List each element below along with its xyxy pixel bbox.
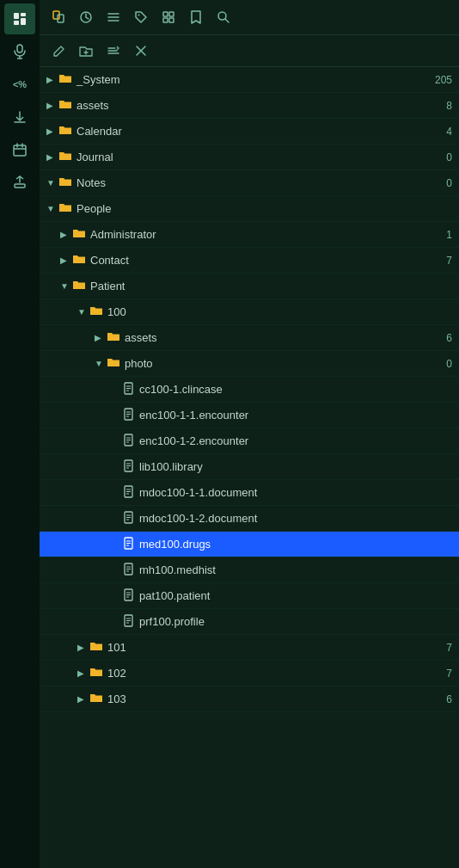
file-icon <box>124 511 135 526</box>
chevron-right-icon: ▶ <box>77 668 88 678</box>
tree-item-enc100-1-1[interactable]: ▶ enc100-1-1.encounter <box>40 403 459 428</box>
tree-item-prf100[interactable]: ▶ prf100.profile <box>40 609 459 635</box>
tree-item-label: Patient <box>90 280 125 292</box>
tree-item-label: 100 <box>107 305 126 318</box>
file-icon <box>124 537 135 552</box>
tree-item-enc100-1-2[interactable]: ▶ enc100-1-2.encounter <box>40 428 459 454</box>
tree-item-count: 7 <box>446 255 452 267</box>
tree-item-assets-root[interactable]: ▶ assets 8 <box>40 93 459 119</box>
new-folder-button[interactable] <box>74 39 98 63</box>
search-tab-icon[interactable] <box>211 5 236 29</box>
tree-item-patient[interactable]: ▼ Patient <box>40 274 459 299</box>
sidebar-microphone-icon[interactable] <box>4 36 35 67</box>
list-tab-icon[interactable] <box>101 5 125 29</box>
tree-item-label: mh100.medhist <box>139 563 216 576</box>
tree-item-label: 102 <box>107 667 126 680</box>
files-tab-icon[interactable] <box>46 5 70 29</box>
tree-item-label: People <box>76 202 111 215</box>
tree-item-102[interactable]: ▶ 102 7 <box>40 661 459 686</box>
tree-item-count: 6 <box>446 693 452 705</box>
svg-rect-21 <box>169 12 174 16</box>
file-icon <box>124 434 135 449</box>
chevron-down-icon: ▼ <box>77 307 88 317</box>
tree-item-people[interactable]: ▼ People <box>40 196 459 222</box>
history-tab-icon[interactable] <box>74 5 98 29</box>
tree-item-100[interactable]: ▼ 100 <box>40 299 459 325</box>
tree-item-contact[interactable]: ▶ Contact 7 <box>40 248 459 274</box>
folder-open-icon <box>58 175 72 190</box>
tree-item-label: Contact <box>90 254 129 267</box>
tree-item-label: Notes <box>76 176 106 189</box>
tree-item-notes[interactable]: ▼ Notes 0 <box>40 170 459 196</box>
tag-tab-icon[interactable] <box>129 5 153 29</box>
chevron-down-icon: ▼ <box>46 178 57 188</box>
tree-item-administrator[interactable]: ▶ Administrator 1 <box>40 222 459 248</box>
svg-rect-0 <box>14 13 19 19</box>
folder-icon <box>89 692 103 706</box>
tree-item-count: 6 <box>446 332 452 344</box>
tree-item-label: mdoc100-1-2.document <box>139 512 257 525</box>
sidebar-download-icon[interactable] <box>4 102 35 132</box>
svg-line-25 <box>225 19 229 22</box>
edit-button[interactable] <box>46 39 70 63</box>
tree-item-label: enc100-1-2.encounter <box>139 434 248 447</box>
tree-item-count: 0 <box>446 358 452 370</box>
file-icon <box>124 485 135 501</box>
tree-item-count: 7 <box>446 642 452 654</box>
folder-icon <box>107 330 120 345</box>
chevron-right-icon: ▶ <box>46 126 57 136</box>
folder-open-icon <box>72 279 86 293</box>
sidebar-code-icon[interactable]: <% <box>4 69 35 100</box>
tree-item-label: assets <box>76 99 109 112</box>
sidebar-files-icon[interactable] <box>4 3 35 34</box>
tree-item-system[interactable]: ▶ _System 205 <box>40 67 459 93</box>
tree-item-label: _System <box>76 73 120 86</box>
tree-item-mdoc100-1-2[interactable]: ▶ mdoc100-1-2.document <box>40 506 459 532</box>
chevron-right-icon: ▶ <box>77 694 88 704</box>
tree-item-mdoc100-1-1[interactable]: ▶ mdoc100-1-1.document <box>40 480 459 506</box>
folder-open-icon <box>107 356 120 371</box>
tree-item-photo[interactable]: ▼ photo 0 <box>40 351 459 377</box>
tree-item-pat100[interactable]: ▶ pat100.patient <box>40 583 459 609</box>
tree-item-count: 4 <box>446 126 452 138</box>
folder-icon <box>58 98 72 113</box>
bookmark-tab-icon[interactable] <box>184 5 208 29</box>
tree-item-label: cc100-1.clincase <box>139 383 223 396</box>
close-button[interactable] <box>129 39 153 63</box>
folder-open-icon <box>89 305 103 319</box>
tree-item-101[interactable]: ▶ 101 7 <box>40 635 459 661</box>
tree-item-count: 0 <box>446 177 452 189</box>
tree-item-count: 0 <box>446 151 452 163</box>
svg-rect-22 <box>163 18 168 22</box>
sidebar-upload-icon[interactable] <box>4 167 35 198</box>
svg-point-19 <box>138 15 140 16</box>
file-icon <box>124 408 135 423</box>
tree-item-label: Administrator <box>90 228 156 241</box>
sidebar-calendar-icon[interactable] <box>4 134 35 165</box>
tree-item-assets-100[interactable]: ▶ assets 6 <box>40 325 459 351</box>
file-icon <box>124 563 135 578</box>
tree-item-cc100[interactable]: ▶ cc100-1.clincase <box>40 377 459 403</box>
svg-rect-12 <box>15 184 25 188</box>
chevron-right-icon: ▶ <box>60 255 70 265</box>
sort-button[interactable] <box>101 39 125 63</box>
tree-item-lib100[interactable]: ▶ lib100.library <box>40 454 459 480</box>
tree-item-label: pat100.patient <box>139 589 210 602</box>
tree-item-103[interactable]: ▶ 103 6 <box>40 686 459 712</box>
tree-item-mh100[interactable]: ▶ mh100.medhist <box>40 557 459 583</box>
file-icon <box>124 588 135 604</box>
svg-rect-20 <box>163 12 168 16</box>
tree-item-med100[interactable]: ▶ med100.drugs <box>40 532 459 557</box>
tree-item-label: med100.drugs <box>139 538 211 551</box>
tree-item-count: 8 <box>446 100 452 112</box>
chevron-right-icon: ▶ <box>77 643 88 652</box>
tree-item-label: mdoc100-1-1.document <box>139 486 257 499</box>
svg-rect-2 <box>21 18 26 25</box>
chevron-right-icon: ▶ <box>60 230 70 239</box>
tree-item-calendar[interactable]: ▶ Calendar 4 <box>40 119 459 145</box>
grid-tab-icon[interactable] <box>156 5 181 29</box>
chevron-down-icon: ▼ <box>46 204 57 213</box>
tree-item-journal[interactable]: ▶ Journal 0 <box>40 145 459 170</box>
tree-item-label: 101 <box>107 641 126 654</box>
folder-icon <box>89 666 103 680</box>
